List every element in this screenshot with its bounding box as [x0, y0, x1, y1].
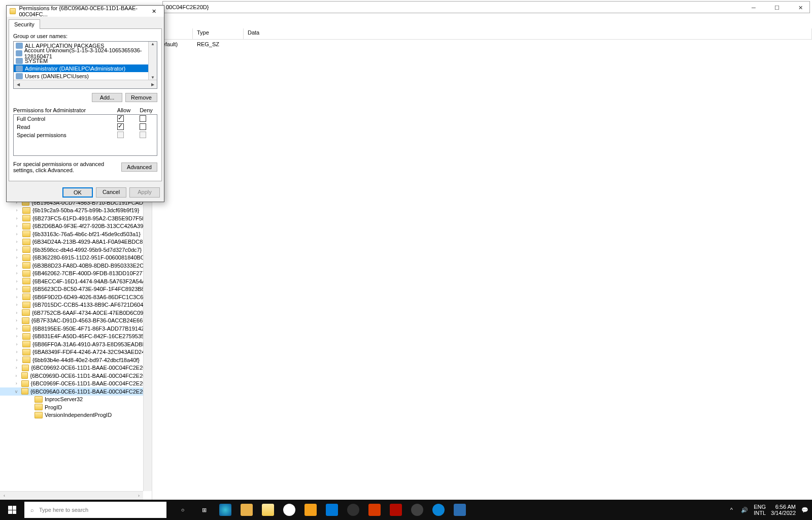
col-type-header[interactable]: Type	[193, 28, 244, 39]
expand-icon[interactable]: ›	[13, 286, 20, 291]
expand-icon[interactable]: ›	[13, 216, 20, 221]
expand-icon[interactable]: ›	[13, 381, 19, 386]
tree-item[interactable]: ›{6BC09692-0CE6-11D1-BAAE-00C04FC2E20D}	[0, 364, 152, 372]
add-button[interactable]: Add...	[92, 93, 122, 102]
user-list[interactable]: ALL APPLICATION PACKAGESAccount Unknown(…	[13, 41, 157, 89]
expand-icon[interactable]: ›	[13, 255, 20, 260]
remove-button[interactable]: Remove	[125, 93, 157, 102]
tree-item[interactable]: ›{6B7F33AC-D91D-4563-BF36-0ACCB24E66FB}	[0, 317, 152, 325]
expand-icon[interactable]: ›	[13, 334, 20, 339]
tray-expand-icon[interactable]: ^	[727, 506, 735, 514]
tree-item[interactable]: ›{6B831E4F-A50D-45FC-842F-16CE27595359}	[0, 333, 152, 341]
tree-item[interactable]: ›{6B7752CB-6AAF-4734-A0CE-47EB0D6C093F}	[0, 309, 152, 317]
tree-item[interactable]: ›{6B462062-7CBF-400D-9FDB-813DD10F2778}	[0, 270, 152, 278]
taskbar-search[interactable]: ⌕ Type here to search	[24, 502, 166, 518]
tree-item[interactable]: ›{6b33163c-76a5-4b6c-bf21-45de9cd503a1}	[0, 230, 152, 238]
tree-item[interactable]: ›{6B362280-6915-11D2-951F-0060081840BC}	[0, 254, 152, 262]
expand-icon[interactable]: ›	[13, 342, 20, 347]
apply-button[interactable]: Apply	[129, 187, 160, 198]
minimize-button[interactable]: ─	[742, 0, 765, 15]
tree-item[interactable]: ›{6B3B8D23-FA8D-40B9-8DBD-B950333E2C52}	[0, 262, 152, 270]
expand-icon[interactable]: ›	[13, 239, 20, 244]
tree-item[interactable]: ›{6B8195EE-950E-4F71-86F3-ADD77B191420}	[0, 324, 152, 333]
app-icon-2[interactable]	[428, 500, 449, 520]
permissions-dialog: Permissions for {6BC096A0-0CE6-11D1-BAAE…	[6, 5, 164, 202]
expand-icon[interactable]: ›	[13, 365, 20, 370]
tree-item[interactable]: ProgID	[0, 403, 152, 411]
cortana-icon[interactable]: ○	[173, 500, 193, 520]
deny-checkbox[interactable]	[140, 115, 146, 122]
allow-checkbox[interactable]	[117, 123, 124, 130]
task-view-icon[interactable]: ⊞	[194, 500, 214, 520]
tree-item[interactable]: VersionIndependentProgID	[0, 411, 152, 419]
close-button[interactable]: ✕	[789, 0, 812, 15]
tree-item[interactable]: ›{6B273FC5-61FD-4918-95A2-C3B5E9D7F581}	[0, 214, 152, 222]
maximize-button[interactable]: ☐	[765, 0, 789, 15]
app-icon-1[interactable]	[407, 500, 427, 520]
tree-item[interactable]: ›{6B7015DC-CCB5-4133-8B9C-AF6721D6040F}	[0, 301, 152, 309]
tree-item[interactable]: ›{6b19c2a9-50ba-4275-b99b-13dcf69b9f19}	[0, 207, 152, 215]
user-list-scroll-v[interactable]: ▲▼	[148, 42, 157, 80]
mail-icon[interactable]	[236, 500, 257, 520]
expand-icon[interactable]: ›	[13, 247, 20, 252]
expand-icon[interactable]: ›	[13, 223, 20, 229]
expand-icon[interactable]: ›	[13, 279, 20, 284]
acrobat-icon[interactable]	[386, 500, 406, 520]
notifications-icon[interactable]: 💬	[801, 506, 809, 514]
user-row[interactable]: Administrator (DANIELPC\Administrator)	[14, 64, 157, 72]
expand-icon[interactable]: ›	[13, 271, 20, 276]
expand-icon[interactable]: ›	[13, 318, 20, 323]
start-button[interactable]	[0, 500, 24, 520]
tab-security[interactable]: Security	[9, 19, 40, 29]
user-row[interactable]: Account Unknown(S-1-15-3-1024-1065365936…	[14, 49, 157, 57]
expand-icon[interactable]: ›	[13, 326, 20, 331]
expand-icon[interactable]: ›	[13, 302, 20, 307]
expand-icon[interactable]: ›	[13, 373, 19, 378]
cancel-button[interactable]: Cancel	[96, 187, 126, 198]
dialog-close-button[interactable]: ✕	[148, 8, 161, 15]
user-row[interactable]: Users (DANIELPC\Users)	[14, 72, 157, 80]
user-list-scroll-h[interactable]: ◀▶	[14, 80, 157, 88]
explorer-icon[interactable]	[258, 500, 278, 520]
tree-item[interactable]: ›{6B2D6BA0-9F3E-4f27-920B-313CC426A39E}	[0, 222, 152, 231]
expand-icon[interactable]: ›	[13, 208, 20, 213]
tree-item[interactable]: ›{6BA8349F-FDF4-4246-A724-32C943AED24F}	[0, 348, 152, 356]
ok-button[interactable]: OK	[62, 187, 93, 198]
volume-icon[interactable]: 🔊	[740, 506, 749, 514]
tree-item[interactable]: ›{6b3598cc-db4d-4992-95b9-5d7d327c0dc7}	[0, 246, 152, 254]
tree-item[interactable]: ›{6B5623CD-8C50-473E-940F-1F4FC8923B8F}	[0, 285, 152, 294]
dialog-titlebar[interactable]: Permissions for {6BC096A0-0CE6-11D1-BAAE…	[7, 6, 164, 17]
expand-icon[interactable]: ›	[13, 232, 20, 237]
tree-item[interactable]: InprocServer32	[0, 396, 152, 404]
itunes-icon[interactable]	[279, 500, 299, 520]
tree-item[interactable]: ›{6B4ECC4F-16D1-4474-94AB-5A763F2A54AE}	[0, 277, 152, 285]
tree-item[interactable]: ›{6B34D24A-213B-4929-A8A1-F0A94EBDC8BF}	[0, 238, 152, 246]
expand-icon[interactable]: ›	[13, 310, 20, 315]
edge-icon[interactable]	[215, 500, 235, 520]
deny-checkbox[interactable]	[140, 123, 146, 130]
col-data-header[interactable]: Data	[244, 28, 812, 39]
obs-icon[interactable]	[343, 500, 363, 520]
tree-item[interactable]: v{6BC096A0-0CE6-11D1-BAAE-00C04FC2E20D}	[0, 387, 152, 396]
audible-icon[interactable]	[300, 500, 321, 520]
advanced-button[interactable]: Advanced	[121, 162, 157, 172]
tree-item[interactable]: ›{6B86FF0A-31A6-4910-A973-E8D953EADBEF}	[0, 340, 152, 348]
office-icon[interactable]	[364, 500, 385, 520]
clock[interactable]: 6:56 AM 3/14/2022	[771, 504, 796, 516]
address-bar[interactable]: 00C04FC2E20D}	[162, 1, 810, 13]
expand-icon[interactable]: ›	[13, 349, 20, 354]
tree-scrollbar-horizontal[interactable]: ‹›	[0, 491, 143, 500]
language-indicator[interactable]: ENG INTL	[754, 504, 766, 516]
tree-item[interactable]: ›{6BC0969F-0CE6-11D1-BAAE-00C04FC2E20D}	[0, 380, 152, 388]
vscode-icon[interactable]	[322, 500, 342, 520]
expand-icon[interactable]: ›	[13, 263, 20, 268]
list-row[interactable]: (Default) REG_SZ	[152, 40, 812, 49]
tree-item[interactable]: ›{6bb93b4e-44d8-40e2-bd97-42dbcf18a40f}	[0, 356, 152, 364]
tree-item[interactable]: ›{6BC0969D-0CE6-11D1-BAAE-00C04FC2E20D}	[0, 372, 152, 380]
tree-item[interactable]: ›{6B6F9D2D-6D49-4026-83A6-86DFC1C3C6F0}	[0, 293, 152, 301]
expand-icon[interactable]: v	[13, 389, 19, 394]
regedit-taskbar-icon[interactable]	[450, 500, 470, 520]
expand-icon[interactable]: ›	[13, 295, 20, 300]
allow-checkbox[interactable]	[117, 115, 124, 122]
expand-icon[interactable]: ›	[13, 358, 20, 363]
